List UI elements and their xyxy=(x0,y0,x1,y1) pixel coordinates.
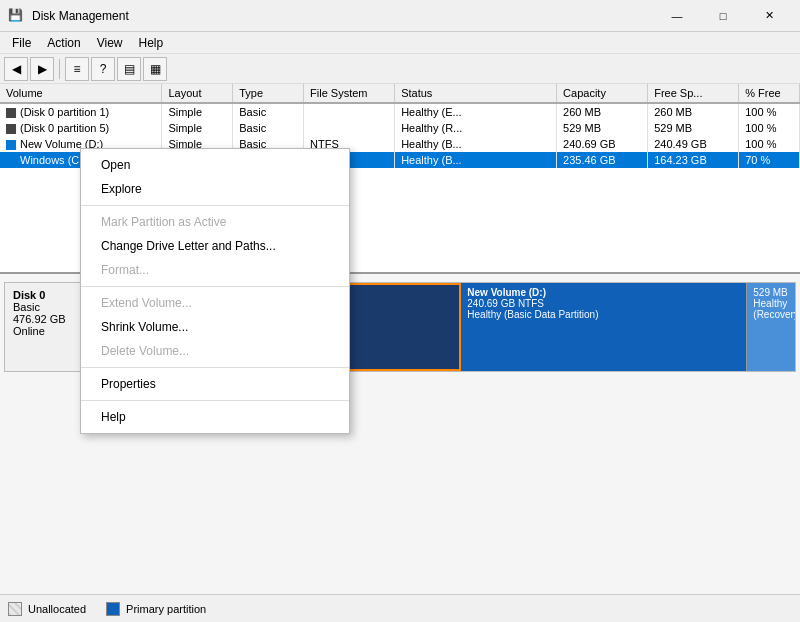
partition-2[interactable]: New Volume (D:) 240.69 GB NTFS Healthy (… xyxy=(461,283,747,371)
context-menu-item-extend-volume: Extend Volume... xyxy=(81,291,349,315)
context-menu-item-change-drive-letter-and-paths[interactable]: Change Drive Letter and Paths... xyxy=(81,234,349,258)
context-menu-item-open[interactable]: Open xyxy=(81,153,349,177)
legend-unallocated: Unallocated xyxy=(8,602,86,616)
cell-capacity: 529 MB xyxy=(557,120,648,136)
cell-pctfree: 100 % xyxy=(739,120,800,136)
toolbar-back-button[interactable]: ◀ xyxy=(4,57,28,81)
col-header-type: Type xyxy=(233,84,304,103)
menu-file[interactable]: File xyxy=(4,34,39,52)
legend-primary-box xyxy=(106,602,120,616)
cell-capacity: 240.69 GB xyxy=(557,136,648,152)
cell-volume: (Disk 0 partition 5) xyxy=(0,120,162,136)
cell-freespace: 164.23 GB xyxy=(648,152,739,168)
title-bar: 💾 Disk Management — □ ✕ xyxy=(0,0,800,32)
cell-freespace: 240.49 GB xyxy=(648,136,739,152)
cell-status: Healthy (B... xyxy=(395,152,557,168)
col-header-freesp: Free Sp... xyxy=(648,84,739,103)
col-header-capacity: Capacity xyxy=(557,84,648,103)
cell-status: Healthy (B... xyxy=(395,136,557,152)
partition-3-size: 529 MB xyxy=(753,287,789,298)
menu-view[interactable]: View xyxy=(89,34,131,52)
context-menu-item-shrink-volume[interactable]: Shrink Volume... xyxy=(81,315,349,339)
cell-status: Healthy (R... xyxy=(395,120,557,136)
maximize-button[interactable]: □ xyxy=(700,6,746,26)
context-menu-item-format: Format... xyxy=(81,258,349,282)
legend-unallocated-box xyxy=(8,602,22,616)
partition-2-status: Healthy (Basic Data Partition) xyxy=(467,309,740,320)
context-menu-item-help[interactable]: Help xyxy=(81,405,349,429)
cell-capacity: 235.46 GB xyxy=(557,152,648,168)
cell-volume: (Disk 0 partition 1) xyxy=(0,103,162,120)
toolbar-properties-button[interactable]: ▤ xyxy=(117,57,141,81)
context-menu-item-properties[interactable]: Properties xyxy=(81,372,349,396)
partition-2-size: 240.69 GB NTFS xyxy=(467,298,740,309)
cell-fs xyxy=(304,103,395,120)
toolbar: ◀ ▶ ≡ ? ▤ ▦ xyxy=(0,54,800,84)
cell-pctfree: 100 % xyxy=(739,103,800,120)
table-row[interactable]: (Disk 0 partition 1) Simple Basic Health… xyxy=(0,103,800,120)
toolbar-details-button[interactable]: ▦ xyxy=(143,57,167,81)
context-menu-item-delete-volume: Delete Volume... xyxy=(81,339,349,363)
context-menu: OpenExploreMark Partition as ActiveChang… xyxy=(80,148,350,434)
legend-unallocated-label: Unallocated xyxy=(28,603,86,615)
partition-2-name: New Volume (D:) xyxy=(467,287,740,298)
cell-type: Basic xyxy=(233,103,304,120)
cell-fs xyxy=(304,120,395,136)
toolbar-list-button[interactable]: ≡ xyxy=(65,57,89,81)
toolbar-forward-button[interactable]: ▶ xyxy=(30,57,54,81)
status-bar: Unallocated Primary partition xyxy=(0,594,800,622)
cell-freespace: 529 MB xyxy=(648,120,739,136)
cell-pctfree: 70 % xyxy=(739,152,800,168)
context-menu-separator xyxy=(81,400,349,401)
col-header-fs: File System xyxy=(304,84,395,103)
menu-help[interactable]: Help xyxy=(131,34,172,52)
cell-layout: Simple xyxy=(162,120,233,136)
close-button[interactable]: ✕ xyxy=(746,6,792,26)
menu-action[interactable]: Action xyxy=(39,34,88,52)
col-header-volume: Volume xyxy=(0,84,162,103)
col-header-pctfree: % Free xyxy=(739,84,800,103)
cell-freespace: 260 MB xyxy=(648,103,739,120)
context-menu-separator xyxy=(81,205,349,206)
context-menu-separator xyxy=(81,286,349,287)
cell-capacity: 260 MB xyxy=(557,103,648,120)
partition-3[interactable]: 529 MB Healthy (Recovery) xyxy=(747,283,795,371)
table-row[interactable]: (Disk 0 partition 5) Simple Basic Health… xyxy=(0,120,800,136)
window-title: Disk Management xyxy=(32,9,129,23)
col-header-status: Status xyxy=(395,84,557,103)
legend-primary: Primary partition xyxy=(106,602,206,616)
cell-pctfree: 100 % xyxy=(739,136,800,152)
menu-bar: File Action View Help xyxy=(0,32,800,54)
context-menu-separator xyxy=(81,367,349,368)
cell-layout: Simple xyxy=(162,103,233,120)
toolbar-help-button[interactable]: ? xyxy=(91,57,115,81)
cell-status: Healthy (E... xyxy=(395,103,557,120)
cell-type: Basic xyxy=(233,120,304,136)
window-controls: — □ ✕ xyxy=(654,6,792,26)
legend-primary-label: Primary partition xyxy=(126,603,206,615)
col-header-layout: Layout xyxy=(162,84,233,103)
context-menu-item-explore[interactable]: Explore xyxy=(81,177,349,201)
toolbar-separator-1 xyxy=(59,59,60,79)
minimize-button[interactable]: — xyxy=(654,6,700,26)
context-menu-item-mark-partition-as-active: Mark Partition as Active xyxy=(81,210,349,234)
app-icon: 💾 xyxy=(8,8,24,24)
partition-3-status: Healthy (Recovery) xyxy=(753,298,789,320)
